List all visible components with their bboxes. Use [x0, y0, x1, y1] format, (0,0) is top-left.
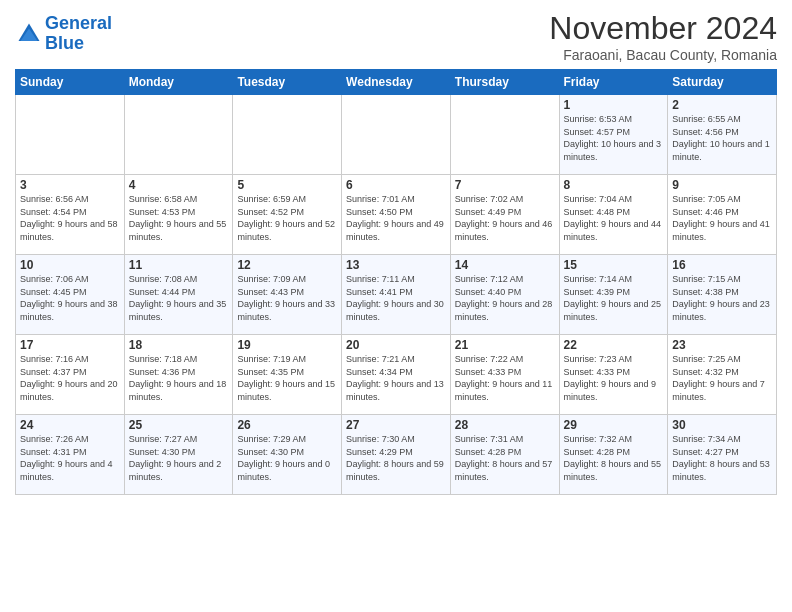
location-subtitle: Faraoani, Bacau County, Romania — [549, 47, 777, 63]
day-number: 18 — [129, 338, 229, 352]
table-row: 30Sunrise: 7:34 AM Sunset: 4:27 PM Dayli… — [668, 415, 777, 495]
day-number: 4 — [129, 178, 229, 192]
day-number: 14 — [455, 258, 555, 272]
day-info: Sunrise: 7:22 AM Sunset: 4:33 PM Dayligh… — [455, 353, 555, 403]
calendar-header-row: Sunday Monday Tuesday Wednesday Thursday… — [16, 70, 777, 95]
day-info: Sunrise: 7:23 AM Sunset: 4:33 PM Dayligh… — [564, 353, 664, 403]
table-row: 13Sunrise: 7:11 AM Sunset: 4:41 PM Dayli… — [342, 255, 451, 335]
day-info: Sunrise: 7:08 AM Sunset: 4:44 PM Dayligh… — [129, 273, 229, 323]
table-row: 3Sunrise: 6:56 AM Sunset: 4:54 PM Daylig… — [16, 175, 125, 255]
day-number: 26 — [237, 418, 337, 432]
day-number: 5 — [237, 178, 337, 192]
col-thursday: Thursday — [450, 70, 559, 95]
page-container: General Blue November 2024 Faraoani, Bac… — [0, 0, 792, 500]
col-saturday: Saturday — [668, 70, 777, 95]
day-number: 29 — [564, 418, 664, 432]
table-row: 12Sunrise: 7:09 AM Sunset: 4:43 PM Dayli… — [233, 255, 342, 335]
logo-text: General Blue — [45, 14, 112, 54]
day-info: Sunrise: 7:32 AM Sunset: 4:28 PM Dayligh… — [564, 433, 664, 483]
logo-icon — [15, 20, 43, 48]
day-info: Sunrise: 7:27 AM Sunset: 4:30 PM Dayligh… — [129, 433, 229, 483]
day-number: 22 — [564, 338, 664, 352]
day-info: Sunrise: 6:56 AM Sunset: 4:54 PM Dayligh… — [20, 193, 120, 243]
col-sunday: Sunday — [16, 70, 125, 95]
logo-line1: General — [45, 13, 112, 33]
table-row — [450, 95, 559, 175]
day-number: 1 — [564, 98, 664, 112]
table-row: 20Sunrise: 7:21 AM Sunset: 4:34 PM Dayli… — [342, 335, 451, 415]
table-row: 28Sunrise: 7:31 AM Sunset: 4:28 PM Dayli… — [450, 415, 559, 495]
day-info: Sunrise: 7:21 AM Sunset: 4:34 PM Dayligh… — [346, 353, 446, 403]
day-number: 16 — [672, 258, 772, 272]
day-info: Sunrise: 6:58 AM Sunset: 4:53 PM Dayligh… — [129, 193, 229, 243]
day-number: 9 — [672, 178, 772, 192]
table-row: 17Sunrise: 7:16 AM Sunset: 4:37 PM Dayli… — [16, 335, 125, 415]
day-info: Sunrise: 6:59 AM Sunset: 4:52 PM Dayligh… — [237, 193, 337, 243]
month-title: November 2024 — [549, 10, 777, 47]
table-row: 1Sunrise: 6:53 AM Sunset: 4:57 PM Daylig… — [559, 95, 668, 175]
table-row: 7Sunrise: 7:02 AM Sunset: 4:49 PM Daylig… — [450, 175, 559, 255]
table-row: 25Sunrise: 7:27 AM Sunset: 4:30 PM Dayli… — [124, 415, 233, 495]
calendar-week-row: 10Sunrise: 7:06 AM Sunset: 4:45 PM Dayli… — [16, 255, 777, 335]
table-row: 16Sunrise: 7:15 AM Sunset: 4:38 PM Dayli… — [668, 255, 777, 335]
day-number: 17 — [20, 338, 120, 352]
table-row: 27Sunrise: 7:30 AM Sunset: 4:29 PM Dayli… — [342, 415, 451, 495]
day-number: 25 — [129, 418, 229, 432]
col-friday: Friday — [559, 70, 668, 95]
day-info: Sunrise: 7:19 AM Sunset: 4:35 PM Dayligh… — [237, 353, 337, 403]
calendar-week-row: 17Sunrise: 7:16 AM Sunset: 4:37 PM Dayli… — [16, 335, 777, 415]
day-info: Sunrise: 7:02 AM Sunset: 4:49 PM Dayligh… — [455, 193, 555, 243]
header: General Blue November 2024 Faraoani, Bac… — [15, 10, 777, 63]
day-number: 11 — [129, 258, 229, 272]
day-info: Sunrise: 7:29 AM Sunset: 4:30 PM Dayligh… — [237, 433, 337, 483]
table-row: 5Sunrise: 6:59 AM Sunset: 4:52 PM Daylig… — [233, 175, 342, 255]
table-row: 2Sunrise: 6:55 AM Sunset: 4:56 PM Daylig… — [668, 95, 777, 175]
day-info: Sunrise: 7:26 AM Sunset: 4:31 PM Dayligh… — [20, 433, 120, 483]
day-number: 30 — [672, 418, 772, 432]
table-row: 29Sunrise: 7:32 AM Sunset: 4:28 PM Dayli… — [559, 415, 668, 495]
day-number: 15 — [564, 258, 664, 272]
table-row — [124, 95, 233, 175]
day-info: Sunrise: 6:53 AM Sunset: 4:57 PM Dayligh… — [564, 113, 664, 163]
table-row — [233, 95, 342, 175]
day-number: 23 — [672, 338, 772, 352]
table-row: 24Sunrise: 7:26 AM Sunset: 4:31 PM Dayli… — [16, 415, 125, 495]
day-number: 7 — [455, 178, 555, 192]
day-info: Sunrise: 7:04 AM Sunset: 4:48 PM Dayligh… — [564, 193, 664, 243]
day-number: 20 — [346, 338, 446, 352]
day-info: Sunrise: 7:15 AM Sunset: 4:38 PM Dayligh… — [672, 273, 772, 323]
logo-line2: Blue — [45, 33, 84, 53]
table-row: 23Sunrise: 7:25 AM Sunset: 4:32 PM Dayli… — [668, 335, 777, 415]
col-wednesday: Wednesday — [342, 70, 451, 95]
calendar-table: Sunday Monday Tuesday Wednesday Thursday… — [15, 69, 777, 495]
day-number: 12 — [237, 258, 337, 272]
day-number: 6 — [346, 178, 446, 192]
day-info: Sunrise: 7:18 AM Sunset: 4:36 PM Dayligh… — [129, 353, 229, 403]
day-info: Sunrise: 7:09 AM Sunset: 4:43 PM Dayligh… — [237, 273, 337, 323]
table-row: 19Sunrise: 7:19 AM Sunset: 4:35 PM Dayli… — [233, 335, 342, 415]
day-number: 10 — [20, 258, 120, 272]
title-block: November 2024 Faraoani, Bacau County, Ro… — [549, 10, 777, 63]
day-number: 13 — [346, 258, 446, 272]
day-number: 19 — [237, 338, 337, 352]
day-info: Sunrise: 7:14 AM Sunset: 4:39 PM Dayligh… — [564, 273, 664, 323]
table-row: 26Sunrise: 7:29 AM Sunset: 4:30 PM Dayli… — [233, 415, 342, 495]
table-row: 6Sunrise: 7:01 AM Sunset: 4:50 PM Daylig… — [342, 175, 451, 255]
day-number: 27 — [346, 418, 446, 432]
day-info: Sunrise: 7:34 AM Sunset: 4:27 PM Dayligh… — [672, 433, 772, 483]
table-row — [342, 95, 451, 175]
col-monday: Monday — [124, 70, 233, 95]
day-number: 3 — [20, 178, 120, 192]
day-number: 24 — [20, 418, 120, 432]
table-row: 18Sunrise: 7:18 AM Sunset: 4:36 PM Dayli… — [124, 335, 233, 415]
day-info: Sunrise: 7:01 AM Sunset: 4:50 PM Dayligh… — [346, 193, 446, 243]
table-row: 11Sunrise: 7:08 AM Sunset: 4:44 PM Dayli… — [124, 255, 233, 335]
table-row: 15Sunrise: 7:14 AM Sunset: 4:39 PM Dayli… — [559, 255, 668, 335]
table-row: 9Sunrise: 7:05 AM Sunset: 4:46 PM Daylig… — [668, 175, 777, 255]
day-info: Sunrise: 7:25 AM Sunset: 4:32 PM Dayligh… — [672, 353, 772, 403]
day-info: Sunrise: 7:12 AM Sunset: 4:40 PM Dayligh… — [455, 273, 555, 323]
day-info: Sunrise: 7:05 AM Sunset: 4:46 PM Dayligh… — [672, 193, 772, 243]
day-info: Sunrise: 7:30 AM Sunset: 4:29 PM Dayligh… — [346, 433, 446, 483]
day-number: 2 — [672, 98, 772, 112]
day-info: Sunrise: 7:16 AM Sunset: 4:37 PM Dayligh… — [20, 353, 120, 403]
